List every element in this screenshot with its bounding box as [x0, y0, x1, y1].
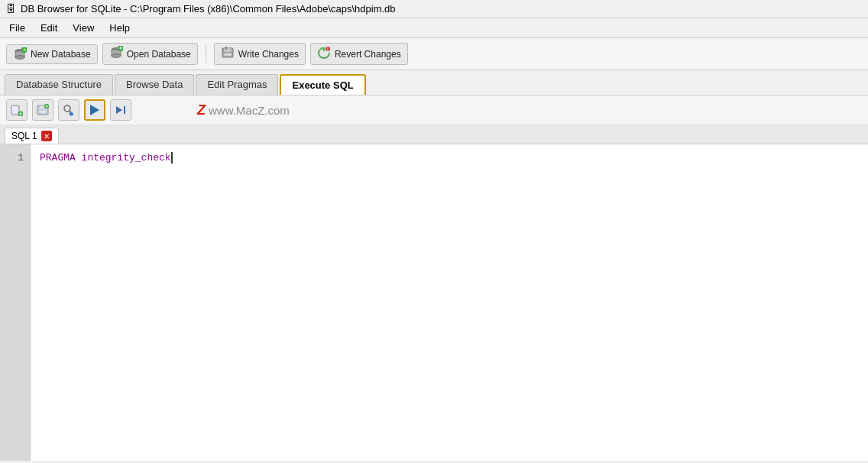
tab-browse-data[interactable]: Browse Data [115, 74, 194, 95]
menu-view[interactable]: View [66, 21, 100, 35]
write-changes-label: Write Changes [238, 49, 299, 60]
title-bar: 🗄 DB Browser for SQLite - C:\Program Fil… [0, 0, 868, 18]
revert-changes-button[interactable]: ! Revert Changes [310, 43, 408, 65]
tab-edit-pragmas[interactable]: Edit Pragmas [196, 74, 278, 95]
svg-text:!: ! [327, 47, 329, 52]
title-text: DB Browser for SQLite - C:\Program Files… [21, 3, 396, 15]
play-icon [90, 105, 99, 115]
watermark-url: www.MacZ.com [209, 104, 290, 117]
sql-keyword-pragma: PRAGMA integrity_check [40, 152, 171, 164]
write-changes-button[interactable]: Write Changes [214, 43, 306, 65]
svg-marker-24 [116, 106, 122, 114]
menu-file[interactable]: File [3, 21, 31, 35]
new-db-icon: + [13, 47, 27, 61]
new-database-button[interactable]: + New Database [6, 44, 98, 64]
menu-edit[interactable]: Edit [34, 21, 63, 35]
menu-help[interactable]: Help [103, 21, 136, 35]
svg-point-2 [15, 55, 24, 59]
execute-line-button[interactable] [110, 99, 131, 121]
line-number-1: 1 [6, 151, 24, 166]
svg-point-7 [112, 54, 121, 58]
sql-tab-strip: SQL 1 ✕ [0, 125, 868, 144]
app-icon: 🗄 [6, 3, 16, 15]
write-icon [221, 46, 235, 62]
main-toolbar: + New Database Open Database [0, 38, 868, 70]
sql-toolbar: Z www.MacZ.com [0, 96, 868, 125]
menu-bar: File Edit View Help [0, 18, 868, 38]
sql-tab-1-close[interactable]: ✕ [41, 131, 52, 141]
svg-rect-19 [39, 111, 47, 113]
svg-rect-10 [224, 48, 232, 52]
tab-execute-sql[interactable]: Execute SQL [280, 74, 365, 95]
watermark-z: Z [197, 102, 206, 118]
cursor [171, 152, 179, 164]
revert-icon: ! [317, 46, 331, 62]
sql-editor[interactable]: PRAGMA integrity_check [31, 144, 868, 461]
line-numbers: 1 [0, 144, 31, 461]
execute-sql-button[interactable] [84, 99, 105, 121]
sql-tab-1-label: SQL 1 [11, 131, 37, 141]
sql-tab-1[interactable]: SQL 1 ✕ [5, 128, 59, 144]
main-tabs: Database Structure Browse Data Edit Prag… [0, 70, 868, 96]
find-replace-button[interactable] [58, 99, 79, 121]
save-sql-button[interactable] [32, 99, 53, 121]
toolbar-separator [206, 45, 206, 63]
open-database-label: Open Database [127, 49, 191, 60]
open-db-icon [109, 46, 123, 62]
svg-rect-12 [224, 53, 232, 56]
svg-point-21 [64, 105, 70, 112]
open-database-button[interactable]: Open Database [102, 43, 198, 65]
svg-rect-11 [225, 47, 227, 50]
new-database-label: New Database [31, 49, 91, 60]
svg-rect-25 [124, 106, 125, 114]
revert-changes-label: Revert Changes [335, 49, 401, 60]
watermark: Z www.MacZ.com [197, 102, 290, 118]
open-sql-button[interactable] [6, 99, 28, 121]
svg-text:+: + [23, 47, 26, 53]
editor-area: 1 PRAGMA integrity_check [0, 144, 868, 461]
tab-database-structure[interactable]: Database Structure [5, 74, 113, 95]
svg-point-23 [70, 112, 73, 116]
svg-rect-18 [39, 105, 45, 109]
